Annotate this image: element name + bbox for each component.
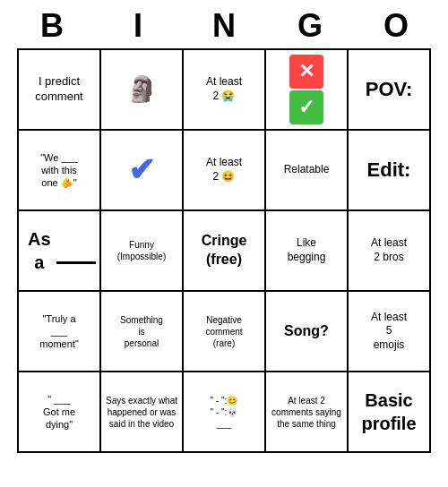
cell-r2c4: At least2 bros <box>349 211 431 292</box>
cell-r2c1: Funny(Impossible) <box>101 211 184 292</box>
letter-b: B <box>13 7 91 45</box>
cell-r4c0: " ___Got medying" <box>19 372 101 453</box>
bingo-header: B I N G O <box>9 0 439 48</box>
cell-r1c3: Relatable <box>266 131 349 211</box>
cell-r1c4: Edit: <box>349 131 431 211</box>
cell-r3c0: "Truly a___moment" <box>19 292 101 372</box>
cell-r0c1: 🗿 <box>101 50 184 131</box>
letter-n: N <box>185 7 263 45</box>
cell-r2c2: Cringe(free) <box>184 211 266 292</box>
cell-r1c2: At least2 😆 <box>184 131 266 211</box>
cell-r4c2: " - ":😊" - ":💀___ <box>184 372 266 453</box>
cell-r0c2: At least2 😭 <box>184 50 266 131</box>
cell-r3c3: Song? <box>266 292 349 372</box>
cell-r1c0: "We ___with thisone 🫵" <box>19 131 101 211</box>
cell-r3c4: At least5emojis <box>349 292 431 372</box>
cell-r2c0: As a <box>19 211 101 292</box>
cell-r3c1: Somethingispersonal <box>101 292 184 372</box>
cell-r3c2: Negativecomment(rare) <box>184 292 266 372</box>
letter-i: I <box>99 7 177 45</box>
cell-r0c4: POV: <box>349 50 431 131</box>
cell-r4c3: At least 2 comments saying the same thin… <box>266 372 349 453</box>
letter-o: O <box>357 7 435 45</box>
cell-r0c0: I predictcomment <box>19 50 101 131</box>
bingo-grid: I predictcomment 🗿 At least2 😭 ✕ ✓ POV: … <box>17 48 431 453</box>
cell-r4c1: Says exactly what happened or was said i… <box>101 372 184 453</box>
cell-r4c4: Basicprofile <box>349 372 431 453</box>
cell-r2c3: Likebegging <box>266 211 349 292</box>
cell-r0c3: ✕ ✓ <box>266 50 349 131</box>
letter-g: G <box>271 7 349 45</box>
cell-r1c1: ✔ <box>101 131 184 211</box>
